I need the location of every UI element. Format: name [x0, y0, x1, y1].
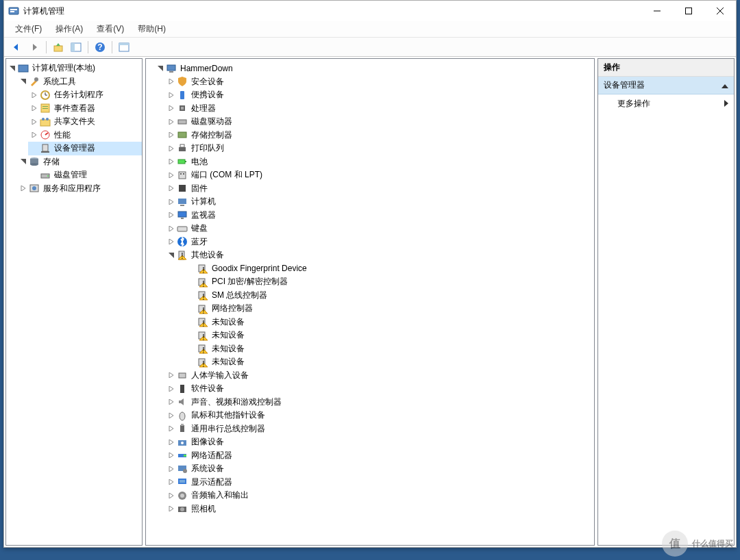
expand-icon[interactable]: [29, 90, 39, 100]
collapse-icon[interactable]: [18, 157, 28, 166]
actions-more[interactable]: 更多操作: [598, 94, 734, 113]
device-pci_crypto[interactable]: !PCI 加密/解密控制器: [165, 275, 594, 289]
expand-icon[interactable]: [166, 424, 176, 433]
device-audio_io[interactable]: 音频输入和输出: [165, 489, 594, 502]
device-batteries[interactable]: 电池: [165, 155, 594, 169]
imaging-icon: [177, 437, 188, 448]
expand-icon[interactable]: [166, 197, 176, 207]
tree-system-tools[interactable]: 系统工具: [17, 75, 142, 89]
expand-icon[interactable]: [166, 450, 176, 460]
device-computer[interactable]: 计算机: [165, 195, 594, 209]
expand-icon[interactable]: [166, 90, 176, 100]
device-disk_drives[interactable]: 磁盘驱动器: [165, 115, 594, 129]
device-mice[interactable]: 鼠标和其他指针设备: [165, 409, 594, 422]
device-unknown4[interactable]: !未知设备: [165, 355, 594, 369]
collapse-icon[interactable]: [18, 77, 28, 86]
expand-icon[interactable]: [29, 117, 39, 127]
device-unknown2[interactable]: !未知设备: [165, 329, 594, 342]
tree-performance[interactable]: 性能: [28, 129, 142, 142]
expand-icon[interactable]: [166, 464, 176, 474]
tree-root-computer-mgmt[interactable]: 计算机管理(本地): [6, 62, 142, 75]
device-network_adapters[interactable]: 网络适配器: [165, 449, 594, 463]
device-processors[interactable]: 处理器: [165, 102, 594, 116]
expand-icon[interactable]: [29, 103, 39, 113]
expand-icon[interactable]: [166, 384, 176, 394]
expand-icon[interactable]: [166, 144, 176, 153]
menu-file[interactable]: 文件(F): [8, 21, 49, 37]
device-root[interactable]: HammerDown: [154, 62, 594, 75]
forward-button[interactable]: [26, 39, 42, 55]
help-button[interactable]: ?: [92, 39, 108, 55]
close-button[interactable]: [704, 1, 736, 21]
menu-action[interactable]: 操作(A): [49, 21, 90, 37]
tree-event-viewer[interactable]: 事件查看器: [28, 102, 142, 116]
collapse-icon[interactable]: [8, 64, 17, 73]
expand-icon[interactable]: [166, 397, 176, 407]
device-cameras[interactable]: 照相机: [165, 502, 594, 516]
device-storage_controllers[interactable]: 存储控制器: [165, 129, 594, 142]
device-imaging[interactable]: 图像设备: [165, 435, 594, 449]
device-bluetooth[interactable]: 蓝牙: [165, 236, 594, 249]
device-portable_devices[interactable]: 便携设备: [165, 88, 594, 102]
expand-icon[interactable]: [166, 411, 176, 420]
device-firmware[interactable]: 固件: [165, 182, 594, 196]
actions-section[interactable]: 设备管理器: [598, 77, 734, 94]
device-display_adapters[interactable]: 显示适配器: [165, 476, 594, 489]
device-monitors[interactable]: 监视器: [165, 209, 594, 222]
expand-icon[interactable]: [166, 170, 176, 180]
device-security_devices[interactable]: 安全设备: [165, 75, 594, 89]
device-keyboards[interactable]: 键盘: [165, 222, 594, 236]
device-unknown3[interactable]: !未知设备: [165, 342, 594, 356]
device-system_devices[interactable]: 系统设备: [165, 462, 594, 476]
expand-icon[interactable]: [166, 504, 176, 513]
device-sm_bus[interactable]: !SM 总线控制器: [165, 289, 594, 303]
tree-storage[interactable]: 存储: [17, 155, 142, 169]
svg-rect-80: [184, 455, 186, 457]
portable-icon: [177, 90, 188, 101]
svg-rect-1: [10, 9, 17, 10]
expand-icon[interactable]: [29, 130, 39, 140]
device-sound_video_game[interactable]: 声音、视频和游戏控制器: [165, 396, 594, 409]
menu-help[interactable]: 帮助(H): [131, 21, 173, 37]
collapse-icon[interactable]: [156, 64, 165, 73]
expand-icon[interactable]: [18, 183, 28, 193]
device-software_devices[interactable]: 软件设备: [165, 382, 594, 396]
tree-disk-mgmt[interactable]: 磁盘管理: [28, 168, 142, 182]
expand-icon[interactable]: [166, 117, 176, 127]
expand-icon[interactable]: [166, 477, 176, 487]
device-hid[interactable]: 人体学输入设备: [165, 369, 594, 383]
expand-icon[interactable]: [166, 237, 176, 246]
up-button[interactable]: [50, 39, 66, 55]
expand-icon[interactable]: [166, 224, 176, 233]
expand-icon[interactable]: [166, 157, 176, 166]
device-other_devices[interactable]: !其他设备: [165, 249, 594, 262]
device-print_queues[interactable]: 打印队列: [165, 142, 594, 155]
expand-icon[interactable]: [166, 370, 176, 380]
expand-icon[interactable]: [166, 103, 176, 113]
device-goodix[interactable]: !Goodix Fingerprint Device: [165, 262, 594, 276]
expand-icon[interactable]: [166, 130, 176, 140]
show-hide-tree-button[interactable]: [68, 39, 84, 55]
device-ports[interactable]: 端口 (COM 和 LPT): [165, 168, 594, 182]
maximize-button[interactable]: [673, 1, 704, 21]
device-unknown1[interactable]: !未知设备: [165, 316, 594, 329]
device-usb[interactable]: 通用串行总线控制器: [165, 422, 594, 436]
device-net_controller[interactable]: !网络控制器: [165, 302, 594, 316]
expand-icon[interactable]: [166, 183, 176, 193]
collapse-icon[interactable]: [166, 251, 176, 260]
svg-rect-40: [179, 147, 186, 151]
tree-device-manager[interactable]: 设备管理器: [28, 142, 142, 155]
expand-icon[interactable]: [166, 77, 176, 86]
tree-services-apps[interactable]: 服务和应用程序: [17, 182, 142, 196]
expand-icon[interactable]: [166, 491, 176, 500]
display-icon: [177, 476, 188, 487]
minimize-button[interactable]: [641, 1, 673, 21]
expand-icon[interactable]: [166, 210, 176, 220]
menu-view[interactable]: 查看(V): [90, 21, 131, 37]
device-tree: HammerDown 安全设备便携设备处理器磁盘驱动器存储控制器打印队列电池端口…: [146, 59, 594, 518]
tree-shared-folders[interactable]: 共享文件夹: [28, 115, 142, 129]
properties-button[interactable]: [116, 39, 132, 55]
back-button[interactable]: [8, 39, 25, 55]
tree-task-scheduler[interactable]: 任务计划程序: [28, 88, 142, 102]
expand-icon[interactable]: [166, 437, 176, 447]
